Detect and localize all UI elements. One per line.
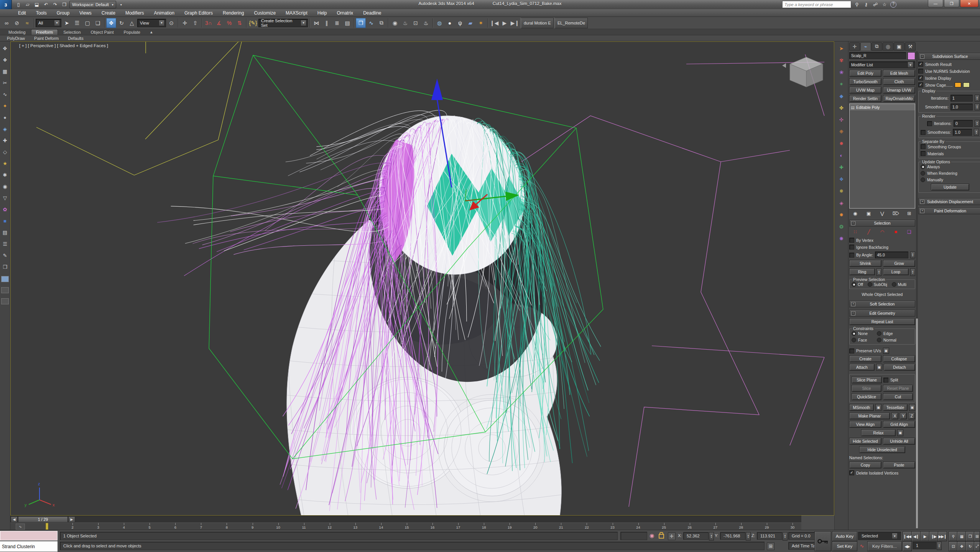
rectangular-selection-region-icon[interactable]: ▢ [82,18,92,28]
align-icon[interactable]: ∥ [322,18,332,28]
loop-button[interactable]: Loop [883,268,909,275]
reference-coordinate-dropdown[interactable]: View▾ [137,19,166,27]
remove-modifier-icon[interactable]: ⌦ [891,210,900,217]
maxscript-listener-line[interactable]: Strand Clusterin [0,541,58,552]
left-tool-icon[interactable]: ◈ [1,125,9,133]
pan-view-icon[interactable]: ✥ [957,541,966,551]
project-folder-icon[interactable]: ❒ [60,1,69,8]
select-by-name-icon[interactable]: ☰ [72,18,82,28]
slice-button[interactable]: Slice [852,385,881,392]
isoline-display-checkbox[interactable]: ✓ [918,76,923,80]
ribbon-tab-freeform[interactable]: Freeform [31,29,58,35]
ribbon-tab-modeling[interactable]: Modeling [4,30,30,35]
minimize-button[interactable]: — [928,0,943,7]
key-selection-dropdown[interactable]: Selected▾ [858,532,901,540]
ribbon-toggle-icon[interactable]: ▤ [342,18,352,28]
by-angle-field[interactable]: 45.0 [875,251,908,258]
left-tool-icon[interactable]: ✂ [1,79,9,87]
ribbon-subtab-paint-deform[interactable]: Paint Deform [30,36,62,41]
hide-selected-button[interactable]: Hide Selected [849,438,881,445]
current-frame-field[interactable]: 1 [913,542,936,549]
unlink-selection-icon[interactable]: ⊘ [12,18,22,28]
ribbon-tab-selection[interactable]: Selection [59,30,85,35]
render-iterations-spinner[interactable]: ▲▼ [975,120,980,127]
workspace-dropdown[interactable]: Workspace: Default ▾ [69,1,116,8]
use-pivot-center-icon[interactable]: ⊙ [166,18,176,28]
menu-item-ornatrix[interactable]: Ornatrix [332,9,358,16]
curve-editor-icon[interactable]: ∿ [366,18,376,28]
rollout-subdivision-surface[interactable]: −Subdivision Surface [918,53,980,60]
left-tool-icon[interactable]: ∿ [1,90,9,99]
collapse-button[interactable]: Collapse [883,355,915,362]
render-smoothness-spinner[interactable]: ▲▼ [974,129,979,136]
modifier-button-edit-mesh[interactable]: Edit Mesh [883,70,915,77]
angle-snap-icon[interactable]: ∡ [214,18,224,28]
element-subobject-icon[interactable]: ❑ [904,228,914,236]
z-coord-spinner[interactable]: ▲▼ [783,532,788,540]
x-coord-spinner[interactable]: ▲▼ [709,532,714,540]
attach-button[interactable]: Attach [849,364,875,371]
show-cage-checkbox[interactable]: ✓ [918,82,923,87]
modifier-button-rayornatrixmo[interactable]: RayOrnatrixMo [883,95,915,102]
grid-align-button[interactable]: Grid Align [883,421,915,428]
left-tool-icon[interactable]: ◇ [1,148,9,156]
maximize-button[interactable]: ❐ [944,0,959,7]
redo-icon[interactable]: ↷ [51,1,59,8]
cage-color-swatch-1[interactable] [955,82,961,87]
quickslice-button[interactable]: QuickSlice [852,393,881,400]
favorites-star-icon[interactable]: ☆ [881,2,888,7]
window-crossing-icon[interactable]: ❏ [93,18,103,28]
right-tool-icon[interactable]: ✣ [837,116,846,124]
preserve-uvs-settings-icon[interactable]: ▣ [883,348,889,354]
viewport-layout-tab[interactable] [1,287,9,293]
time-slider-next-icon[interactable]: ▶ [68,516,75,522]
zoom-all-icon[interactable]: ▦ [957,531,966,541]
ribbon-tab-populate[interactable]: Populate [119,30,145,35]
display-tab[interactable]: ▣ [894,42,904,51]
reset-plane-button[interactable]: Reset Plane [883,385,913,392]
undo-icon[interactable]: ↶ [42,1,50,8]
repeat-last-button[interactable]: Repeat Last [849,318,915,325]
msmooth-button[interactable]: MSmooth [849,404,874,411]
zoom-icon[interactable]: ⚲ [949,531,958,541]
right-tool-icon[interactable]: ❈ [837,128,846,136]
loop-spinner[interactable]: ▲▼ [910,268,915,276]
docked-toolbar-procedural-motion[interactable]: dural Motion E [520,18,554,28]
right-tool-icon[interactable]: ✹ [837,140,846,148]
next-frame-icon[interactable]: ❙▶ [929,531,938,541]
edge-subobject-icon[interactable]: ╱ [864,228,873,236]
update-manually-radio[interactable] [921,177,925,182]
shrink-button[interactable]: Shrink [849,260,881,267]
x-coord-field[interactable]: 52.362 [683,532,709,540]
selection-lock-icon[interactable] [659,532,664,539]
previous-frame-icon[interactable]: ◀❙ [911,531,921,541]
update-button[interactable]: Update [931,184,969,191]
preview-off-radio[interactable] [852,282,856,287]
panel-scrollbar[interactable] [916,51,918,528]
left-tool-icon[interactable]: ■ [1,217,9,225]
time-slider-handle[interactable]: 1 / 29 [18,516,68,522]
save-file-icon[interactable]: ⬓ [33,1,41,8]
display-smoothness-spinner[interactable]: ▲▼ [975,104,980,110]
ribbon-minimize-icon[interactable]: ▴ [146,29,157,35]
modifier-button-render-settin[interactable]: Render Settin [849,95,881,102]
maximize-viewport-icon[interactable]: ⤢ [974,541,980,551]
make-planar-button[interactable]: Make Planar [849,412,890,419]
right-tool-icon[interactable]: ✤ [837,104,846,112]
left-tool-icon[interactable]: ✱ [1,171,9,179]
named-selection-set-field[interactable]: Create Selection Set▾ [258,19,308,27]
edit-named-selection-sets-icon[interactable]: {✎} [248,18,258,28]
left-tool-icon[interactable]: ◉ [1,182,9,191]
menu-item-rendering[interactable]: Rendering [218,9,249,16]
viewport-layout-tab[interactable] [1,298,9,304]
orbit-view-icon[interactable]: ↻ [965,541,975,551]
left-tool-icon[interactable]: ▤ [1,228,9,237]
right-tool-icon[interactable]: ❂ [837,223,846,231]
ribbon-subtab-polydraw[interactable]: PolyDraw [3,36,29,41]
mirror-icon[interactable]: ⋈ [311,18,321,28]
auto-key-button[interactable]: Auto Key [832,531,857,541]
left-tool-icon[interactable]: ✚ [1,136,9,145]
ornatrix-play-icon[interactable]: ▶ [500,18,510,28]
select-and-manipulate-icon[interactable]: ✛ [180,18,190,28]
create-tab[interactable]: ✛ [849,42,860,51]
